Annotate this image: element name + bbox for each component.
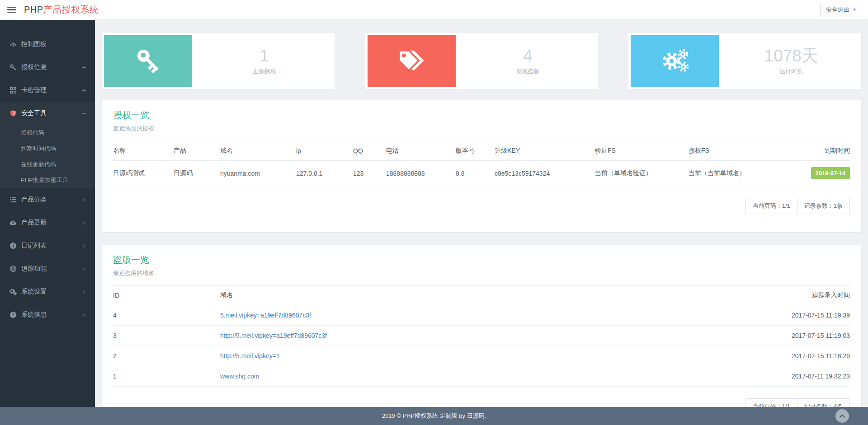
- sidebar-item-auth-info[interactable]: 授权信息 +: [0, 56, 95, 79]
- qrcode-icon: [9, 87, 17, 94]
- cell-id: 3: [113, 326, 220, 346]
- column-header: 版本号: [456, 141, 495, 161]
- cell-auth-fs: 当前（当前单域名）: [689, 161, 785, 186]
- stat-label: 运行时长: [779, 67, 803, 75]
- expand-toggle: +: [82, 63, 86, 71]
- stat-cards: 1 正版授权 4 发现盗版 1078天 运行时长: [102, 33, 861, 89]
- pirate-table: ID 域名 追踪录入时间 4 5.meil.vipkey=a19eff7d896…: [113, 285, 850, 387]
- dashboard-icon: [9, 41, 17, 48]
- column-header: 追踪录入时间: [714, 286, 850, 305]
- table-row: 2 http://5.meil.vipkey=1 2017-07-15 11:1…: [113, 346, 850, 366]
- sidebar-item-label: 日记列表: [21, 242, 82, 250]
- auth-table-header-row: 名称 产品 域名 ip QQ 电话 版本号 升级KEY 验证FS 授权FS 到期…: [113, 141, 850, 161]
- list-icon: [9, 196, 17, 203]
- main-content: 1 正版授权 4 发现盗版 1078天 运行时长: [95, 20, 868, 407]
- pirate-table-header-row: ID 域名 追踪录入时间: [113, 286, 850, 305]
- column-header: 升级KEY: [495, 141, 595, 161]
- column-header: 授权FS: [689, 141, 785, 161]
- stat-value: 4: [523, 47, 533, 64]
- sidebar-subitem-auth-code[interactable]: 授权代码: [0, 125, 95, 140]
- footer-copyright: 2019 © PHP授权系统 定制版 by 日源码.: [382, 412, 486, 420]
- menu-toggle-icon[interactable]: [7, 5, 17, 14]
- sidebar-item-label: 安全工具: [21, 109, 82, 117]
- column-header: 域名: [220, 286, 714, 305]
- key-icon: [134, 47, 162, 76]
- sidebar-item-system-settings[interactable]: 系统设置 +: [0, 280, 95, 303]
- top-header: PHP产品授权系统 安全退出: [0, 0, 868, 20]
- sidebar-item-tracking[interactable]: 追踪功能 +: [0, 257, 95, 280]
- expire-date-badge: 2018-07-14: [811, 167, 850, 179]
- cell-qq: 123: [353, 161, 386, 186]
- pirated-domain-link[interactable]: 5.meil.vipkey=a19eff7d89607c3f: [220, 312, 311, 319]
- sidebar-item-label: 控制面板: [21, 40, 86, 48]
- info-icon: [9, 242, 17, 249]
- pirated-domain-link[interactable]: http://5.meil.vipkey=a19eff7d89607c3f: [220, 332, 327, 339]
- record-count-indicator: 记录条数：4条: [797, 398, 850, 407]
- auth-panel: 授权一览 最近添加的授权 名称 产品 域名 ip QQ 电话 版本号 升级KEY…: [102, 100, 861, 232]
- auth-table: 名称 产品 域名 ip QQ 电话 版本号 升级KEY 验证FS 授权FS 到期…: [113, 141, 850, 186]
- auth-panel-title: 授权一览: [113, 109, 850, 121]
- cell-id: 2: [113, 346, 220, 366]
- sidebar-item-card-keys[interactable]: 卡密管理 +: [0, 79, 95, 102]
- sidebar-item-security-tools[interactable]: 安全工具 −: [0, 102, 95, 125]
- sidebar-item-label: 产品分类: [21, 196, 82, 204]
- sidebar-item-system-info[interactable]: ? 系统信息 +: [0, 303, 95, 326]
- key-icon: [9, 64, 17, 71]
- stat-color-block: [104, 35, 192, 87]
- scroll-top-button[interactable]: [835, 409, 849, 423]
- record-count-indicator: 记录条数：1条: [797, 198, 850, 214]
- chevron-up-icon: [840, 414, 845, 418]
- page-title: PHP产品授权系统: [24, 4, 99, 16]
- pirate-panel: 盗版一览 最近盗用的域名 ID 域名 追踪录入时间 4 5.meil.vipke…: [102, 245, 861, 407]
- question-icon: ?: [9, 311, 17, 318]
- brand-php: PHP: [24, 5, 43, 14]
- shield-icon: [9, 110, 17, 117]
- sidebar-subitem-label: PHP批量加密工具: [21, 176, 68, 184]
- sidebar-subitem-online-update-code[interactable]: 在线更新代码: [0, 156, 95, 172]
- tags-icon: [397, 47, 426, 75]
- pirate-panel-title: 盗版一览: [113, 254, 850, 266]
- logout-label: 安全退出: [826, 6, 849, 14]
- stat-card-pirated: 4 发现盗版: [365, 33, 598, 89]
- cell-ip: 127.0.0.1: [296, 161, 353, 186]
- stat-card-licenses: 1 正版授权: [102, 33, 335, 89]
- sidebar-subitem-label: 在线更新代码: [21, 160, 56, 168]
- sidebar-item-log-list[interactable]: 日记列表 +: [0, 234, 95, 257]
- stat-label: 发现盗版: [516, 67, 540, 75]
- cell-version: 8.8: [456, 161, 495, 186]
- svg-text:?: ?: [12, 312, 14, 317]
- sidebar-item-dashboard[interactable]: 控制面板: [0, 33, 95, 56]
- expand-toggle: +: [82, 242, 86, 249]
- stat-value: 1: [260, 47, 269, 64]
- expand-toggle: +: [82, 311, 86, 318]
- sidebar-item-label: 系统信息: [21, 311, 82, 319]
- cell-verify-fs: 当前（单域名验证）: [595, 161, 689, 186]
- logout-button[interactable]: 安全退出: [820, 3, 862, 17]
- column-header: 到期时间: [785, 141, 850, 161]
- cloud-upload-icon: [9, 219, 17, 226]
- column-header: QQ: [353, 141, 386, 161]
- table-row: 4 5.meil.vipkey=a19eff7d89607c3f 2017-07…: [113, 305, 850, 326]
- sidebar-item-product-update[interactable]: 产品更新 +: [0, 211, 95, 234]
- sidebar-item-label: 授权信息: [21, 63, 82, 71]
- chevron-down-icon: [853, 9, 856, 11]
- auth-pagination: 当前页码：1/1 记录条数：1条: [113, 198, 850, 214]
- pirate-pagination: 当前页码：1/1 记录条数：4条: [113, 398, 850, 407]
- pirated-domain-link[interactable]: http://5.meil.vipkey=1: [220, 352, 280, 360]
- sidebar-item-label: 卡密管理: [21, 86, 82, 94]
- sidebar-item-product-category[interactable]: 产品分类 +: [0, 188, 95, 211]
- stat-color-block: [368, 35, 456, 87]
- pirate-panel-subtitle: 最近盗用的域名: [113, 269, 850, 277]
- sidebar-subitem-expire-code[interactable]: 到期时间代码: [0, 140, 95, 156]
- column-header: 产品: [174, 141, 220, 161]
- sidebar-item-label: 追踪功能: [21, 265, 82, 273]
- cell-track-time: 2017-07-15 11:19:03: [714, 326, 850, 346]
- page-number-indicator: 当前页码：1/1: [745, 198, 797, 214]
- sidebar-subitem-php-batch-encrypt[interactable]: PHP批量加密工具: [0, 172, 95, 188]
- sidebar-group-security-tools: 安全工具 − 授权代码 到期时间代码 在线更新代码 PHP批量加密工具: [0, 102, 95, 188]
- cell-id: 1: [113, 366, 220, 387]
- auth-panel-subtitle: 最近添加的授权: [113, 125, 850, 133]
- pirated-domain-link[interactable]: www.shq.com: [220, 373, 259, 380]
- cell-domain: riyuanma.com: [220, 161, 296, 186]
- cell-track-time: 2017-07-15 11:19:39: [714, 305, 850, 326]
